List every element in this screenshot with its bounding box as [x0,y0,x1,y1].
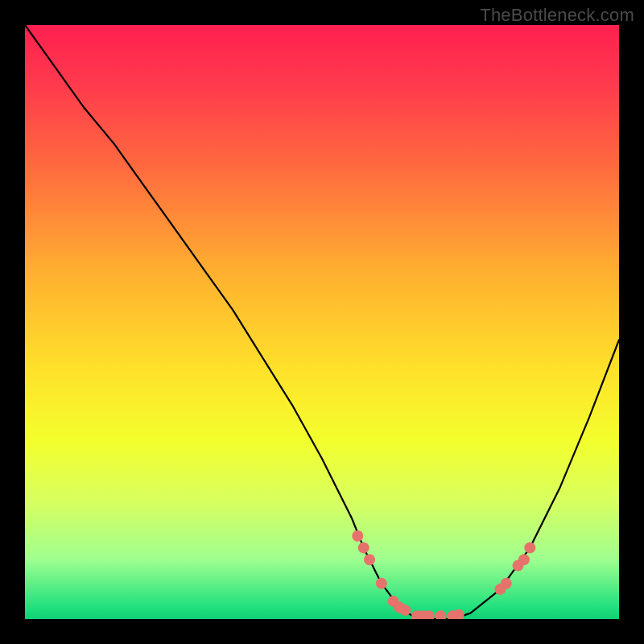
marker-dot [358,542,369,553]
chart-svg [25,25,619,619]
marker-dot [524,542,535,553]
chart-stage: TheBottleneck.com [0,0,644,644]
marker-dot [399,605,411,616]
marker-dot [352,530,363,542]
bottleneck-curve [25,25,619,619]
marker-dot [376,578,387,589]
watermark-label: TheBottleneck.com [480,5,634,26]
marker-dot [364,554,375,565]
marker-dot [453,609,464,619]
marker-dot [518,554,530,565]
marker-dots [352,530,535,619]
marker-dot [501,578,512,589]
plot-area [25,25,619,619]
marker-dot [436,610,447,619]
